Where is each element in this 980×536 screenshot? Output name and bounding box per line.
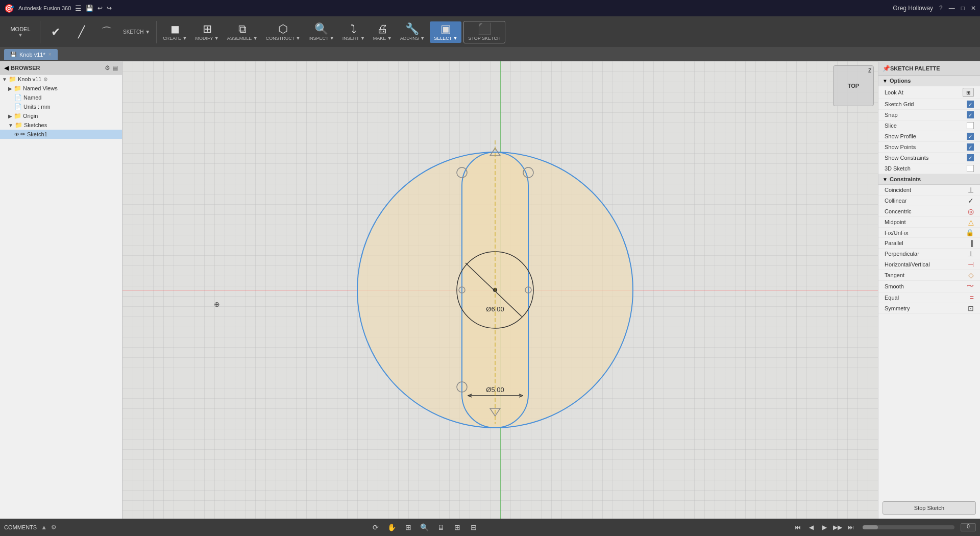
close-btn[interactable]: ✕ (971, 5, 976, 12)
toolbar-modify-btn[interactable]: ⊞ MODIFY ▼ (192, 22, 222, 42)
tree-sketches[interactable]: ▼ 📁 Sketches (0, 120, 122, 130)
menu-icon[interactable]: ☰ (75, 4, 82, 12)
equal-icon[interactable]: = (970, 294, 974, 302)
toolbar-addins-btn[interactable]: 🔧 ADD-INS ▼ (397, 22, 428, 42)
playback-play-btn[interactable]: ▶ (819, 522, 830, 533)
tree-sketch1-icon: ✏ (20, 131, 26, 138)
options-section[interactable]: ▼ Options (878, 76, 980, 86)
comments-settings-icon[interactable]: ⚙ (51, 524, 57, 531)
construct-icon: ⬡ (278, 23, 288, 35)
coincident-icon[interactable]: ⊥ (968, 186, 974, 194)
zoom-fit-btn[interactable]: ⊞ (402, 521, 415, 534)
toolbar-stop-sketch-btn[interactable]: ⬛ STOP SKETCH (463, 21, 505, 43)
collinear-icon[interactable]: ✓ (968, 197, 974, 205)
app-title: Autodesk Fusion 360 (18, 5, 71, 11)
parallel-icon[interactable]: ∥ (970, 239, 974, 247)
3d-sketch-row: 3D Sketch (878, 163, 980, 174)
tree-origin[interactable]: ▶ 📁 Origin (0, 111, 122, 120)
perpendicular-row: Perpendicular ⊥ (878, 249, 980, 259)
orbit-tool-btn[interactable]: ⟳ (369, 521, 382, 534)
toolbar-create-btn[interactable]: ◼ CREATE ▼ (160, 22, 190, 42)
horizontal-vertical-label: Horizontal/Vertical (885, 261, 930, 267)
tree-units[interactable]: 📄 Units : mm (0, 102, 122, 111)
timeline-bar[interactable] (863, 525, 954, 529)
model-label: MODEL (10, 26, 30, 32)
active-tab[interactable]: 💾 Knob v11* × (4, 49, 58, 60)
look-at-btn[interactable]: ⊞ (963, 88, 974, 97)
3d-sketch-checkbox[interactable] (967, 165, 974, 172)
tree-sketches-arrow: ▼ (8, 123, 13, 128)
redo-btn[interactable]: ↪ (107, 5, 112, 12)
symmetry-icon[interactable]: ⊡ (968, 304, 974, 312)
tree-named[interactable]: 📄 Named (0, 93, 122, 102)
timeline-input[interactable]: 0 (961, 523, 976, 531)
create-label: CREATE ▼ (163, 36, 187, 41)
browser-settings-icon[interactable]: ⚙ (105, 64, 110, 71)
horizontal-vertical-icon[interactable]: ⊣ (968, 260, 974, 269)
browser-collapse-icon[interactable]: ◀ (4, 64, 9, 71)
toolbar-sep-1 (40, 21, 40, 43)
assemble-label: ASSEMBLE ▼ (227, 36, 258, 41)
minimize-btn[interactable]: — (949, 5, 955, 12)
tree-sketch1[interactable]: 👁 ✏ Sketch1 (0, 130, 122, 139)
tangent-icon[interactable]: ◇ (968, 271, 974, 279)
browser-tree: ▼ 📁 Knob v11 ⚙ ▶ 📁 Named Views 📄 Named 📄… (0, 75, 122, 139)
show-profile-checkbox[interactable]: ✓ (967, 133, 974, 140)
toolbar-make-btn[interactable]: 🖨 MAKE ▼ (370, 22, 395, 42)
comments-expand-icon[interactable]: ▲ (41, 524, 47, 531)
stop-sketch-button[interactable]: Stop Sketch (883, 501, 976, 515)
playback-last-btn[interactable]: ⏭ (845, 522, 856, 533)
collinear-label: Collinear (885, 198, 906, 204)
create-line-btn[interactable]: ╱ (69, 26, 93, 39)
view-cube[interactable]: TOP Z (833, 65, 874, 106)
midpoint-icon[interactable]: △ (968, 218, 974, 226)
maximize-btn[interactable]: □ (961, 5, 965, 12)
save-btn[interactable]: 💾 (86, 5, 93, 12)
tree-root-arrow: ▼ (2, 77, 7, 82)
toolbar-inspect-btn[interactable]: 🔍 INSPECT ▼ (305, 22, 337, 42)
playback-next-btn[interactable]: ▶▶ (832, 522, 843, 533)
playback-prev-btn[interactable]: ◀ (805, 522, 817, 533)
model-dropdown[interactable]: MODEL ▼ (4, 25, 37, 39)
toolbar-assemble-btn[interactable]: ⧉ ASSEMBLE ▼ (224, 22, 261, 42)
tree-origin-icon: 📁 (14, 112, 21, 119)
canvas-area[interactable]: Ø6.00 Ø5.00 TOP Z ⊕ (122, 61, 878, 519)
toolbar-insert-btn[interactable]: ⤵ INSERT ▼ (339, 22, 368, 42)
help-icon[interactable]: ? (939, 5, 943, 12)
pan-tool-btn[interactable]: ✋ (385, 521, 399, 534)
concentric-icon[interactable]: ◎ (968, 207, 974, 215)
browser-header-controls: ⚙ ▤ (105, 64, 118, 71)
tree-root[interactable]: ▼ 📁 Knob v11 ⚙ (0, 75, 122, 84)
sketch-palette-pin[interactable]: 📌 (883, 65, 890, 72)
views-btn[interactable]: ⊟ (467, 521, 480, 534)
chevron-down-icon: ▼ (18, 32, 23, 38)
display-settings-btn[interactable]: 🖥 (434, 521, 448, 534)
stop-sketch-icon: ⬛ (478, 23, 492, 35)
show-profile-label: Show Profile (885, 133, 916, 139)
create-arc-btn[interactable]: ⌒ (94, 26, 119, 39)
grid-settings-btn[interactable]: ⊞ (451, 521, 464, 534)
toolbar-construct-btn[interactable]: ⬡ CONSTRUCT ▼ (263, 22, 304, 42)
show-constraints-checkbox[interactable]: ✓ (967, 154, 974, 161)
tree-named-icon: 📄 (14, 94, 22, 101)
playback-first-btn[interactable]: ⏮ (792, 522, 803, 533)
slice-checkbox[interactable] (967, 122, 974, 129)
fix-unfix-icon[interactable]: 🔒 (966, 229, 974, 236)
tree-named-views[interactable]: ▶ 📁 Named Views (0, 84, 122, 93)
zoom-tool-btn[interactable]: 🔍 (418, 521, 431, 534)
smooth-icon[interactable]: 〜 (967, 282, 974, 291)
sketch-grid-checkbox[interactable]: ✓ (967, 101, 974, 108)
tree-sketch1-label: Sketch1 (27, 131, 47, 137)
titlebar: 🎯 Autodesk Fusion 360 ☰ 💾 ↩ ↪ Greg Hollo… (0, 0, 980, 16)
show-points-checkbox[interactable]: ✓ (967, 143, 974, 151)
snap-checkbox[interactable]: ✓ (967, 111, 974, 118)
undo-btn[interactable]: ↩ (97, 5, 103, 12)
sketch-palette-header: 📌 SKETCH PALETTE (878, 61, 980, 76)
toolbar-select-btn[interactable]: ▣ SELECT ▼ (430, 21, 461, 43)
tab-close-btn[interactable]: × (48, 52, 52, 57)
constraints-section[interactable]: ▼ Constraints (878, 174, 980, 185)
perpendicular-icon[interactable]: ⊥ (968, 250, 974, 258)
sketch-finish-btn[interactable]: ✔ (43, 26, 68, 39)
browser-expand-icon[interactable]: ▤ (112, 64, 118, 71)
sketch-svg[interactable]: Ø6.00 Ø5.00 (122, 61, 878, 519)
